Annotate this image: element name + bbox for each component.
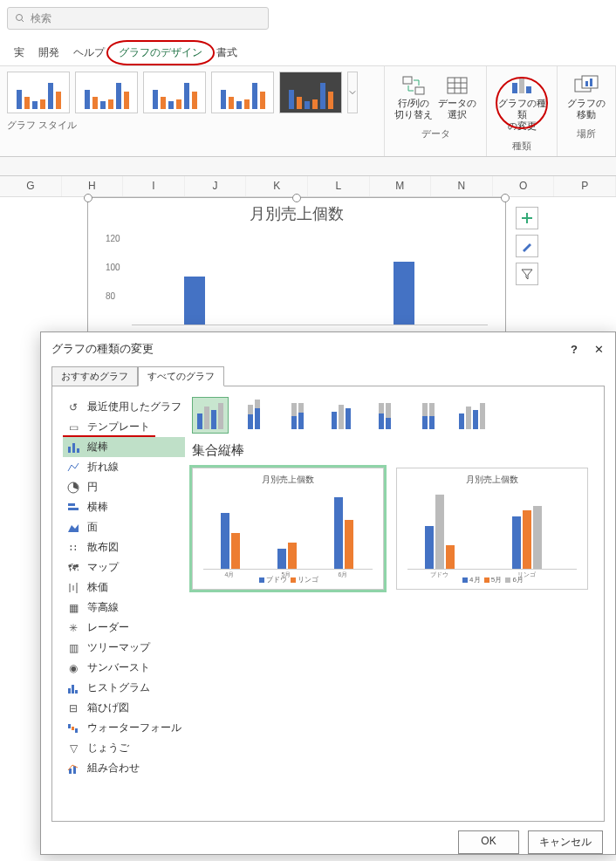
chart-styles-button[interactable] bbox=[516, 235, 538, 257]
search-placeholder: 検索 bbox=[31, 11, 51, 26]
col-header[interactable]: L bbox=[308, 176, 370, 196]
ribbon-group-styles: グラフ スタイル bbox=[0, 66, 385, 156]
svg-rect-2 bbox=[403, 77, 412, 84]
formula-bar-area bbox=[0, 157, 616, 176]
ribbon-group-label-location: 場所 bbox=[577, 127, 596, 140]
switch-row-col-button[interactable]: 行/列の 切り替え bbox=[392, 72, 435, 122]
chart-style-1[interactable] bbox=[7, 72, 70, 113]
brush-icon bbox=[521, 240, 533, 252]
ribbon-group-label-data: データ bbox=[421, 127, 450, 140]
select-data-icon bbox=[443, 73, 471, 98]
title-bar: 検索 bbox=[0, 0, 616, 37]
search-icon bbox=[15, 13, 25, 24]
col-header[interactable]: I bbox=[123, 176, 185, 196]
annotation-circle bbox=[496, 77, 548, 129]
chart-styles-gallery bbox=[7, 72, 358, 113]
switch-row-col-label: 行/列の 切り替え bbox=[394, 98, 433, 120]
column-headers: G H I J K L M N O P bbox=[0, 176, 616, 197]
change-chart-type-dialog: グラフの種類の変更 ? ✕ おすすめグラフ すべてのグラフ ↺最近使用したグラフ… bbox=[40, 331, 616, 345]
resize-handle[interactable] bbox=[501, 194, 510, 202]
chart-style-3[interactable] bbox=[143, 72, 206, 113]
plus-icon bbox=[521, 212, 533, 224]
chart-style-5[interactable] bbox=[279, 72, 342, 113]
select-data-button[interactable]: データの 選択 bbox=[435, 72, 479, 122]
svg-rect-4 bbox=[448, 78, 467, 93]
tab-format[interactable]: 書式 bbox=[209, 42, 244, 65]
embedded-chart[interactable]: 月別売上個数 120 100 80 bbox=[87, 197, 506, 345]
ribbon: グラフ スタイル 行/列の 切り替え データの 選択 データ bbox=[0, 66, 616, 157]
col-header[interactable]: K bbox=[246, 176, 308, 196]
y-axis-label: 100 bbox=[106, 263, 120, 272]
move-chart-icon bbox=[572, 73, 600, 98]
ribbon-group-label-type: 種類 bbox=[512, 140, 531, 153]
dialog-help-button[interactable]: ? bbox=[568, 343, 580, 345]
ribbon-group-location: グラフの 移動 場所 bbox=[558, 66, 616, 156]
svg-point-0 bbox=[17, 15, 23, 21]
chart-style-4[interactable] bbox=[211, 72, 274, 113]
chart-plot-area[interactable]: 120 100 80 bbox=[132, 229, 488, 325]
chart-side-buttons bbox=[516, 207, 538, 285]
annotation-circle bbox=[106, 40, 215, 65]
switch-row-col-icon bbox=[400, 73, 428, 98]
move-chart-label: グラフの 移動 bbox=[567, 98, 606, 120]
svg-line-1 bbox=[22, 20, 24, 23]
tab-unknown[interactable]: 実 bbox=[7, 42, 31, 65]
col-header[interactable]: G bbox=[0, 176, 62, 196]
chart-bar[interactable] bbox=[394, 262, 414, 325]
dialog-title-bar[interactable]: グラフの種類の変更 ? ✕ bbox=[41, 332, 615, 345]
y-axis-label: 120 bbox=[106, 234, 120, 243]
ribbon-tabs: 実 開発 ヘルプ グラフのデザイン 書式 bbox=[0, 37, 616, 66]
col-header[interactable]: N bbox=[431, 176, 493, 196]
dialog-close-button[interactable]: ✕ bbox=[592, 343, 605, 345]
chart-title[interactable]: 月別売上個数 bbox=[88, 198, 505, 229]
col-header[interactable]: O bbox=[493, 176, 555, 196]
ribbon-group-type: グラフの種類 の変更 種類 bbox=[487, 66, 558, 156]
ribbon-group-label-styles: グラフ スタイル bbox=[7, 119, 77, 132]
svg-rect-3 bbox=[415, 87, 424, 94]
svg-rect-14 bbox=[585, 81, 588, 86]
dialog-title: グラフの種類の変更 bbox=[51, 341, 154, 345]
tab-help[interactable]: ヘルプ bbox=[66, 42, 112, 65]
move-chart-button[interactable]: グラフの 移動 bbox=[565, 72, 608, 122]
resize-handle[interactable] bbox=[292, 194, 301, 202]
chart-bar[interactable] bbox=[184, 277, 205, 325]
col-header[interactable]: H bbox=[62, 176, 124, 196]
search-input[interactable]: 検索 bbox=[7, 7, 269, 30]
chart-filters-button[interactable] bbox=[516, 263, 538, 285]
col-header[interactable]: M bbox=[370, 176, 432, 196]
funnel-icon bbox=[521, 268, 533, 280]
select-data-label: データの 選択 bbox=[438, 98, 476, 120]
chart-elements-button[interactable] bbox=[516, 207, 538, 229]
worksheet-area[interactable]: 月別売上個数 120 100 80 bbox=[0, 197, 616, 345]
col-header[interactable]: P bbox=[554, 176, 616, 196]
tab-developer[interactable]: 開発 bbox=[31, 42, 66, 65]
svg-rect-15 bbox=[590, 79, 592, 86]
styles-more-button[interactable] bbox=[347, 72, 358, 113]
chart-style-2[interactable] bbox=[75, 72, 138, 113]
ribbon-group-data: 行/列の 切り替え データの 選択 データ bbox=[385, 66, 487, 156]
y-axis-label: 80 bbox=[106, 290, 115, 300]
col-header[interactable]: J bbox=[185, 176, 247, 196]
resize-handle[interactable] bbox=[84, 194, 92, 202]
chevron-down-icon bbox=[349, 89, 356, 96]
tab-chart-design[interactable]: グラフのデザイン bbox=[112, 42, 209, 65]
